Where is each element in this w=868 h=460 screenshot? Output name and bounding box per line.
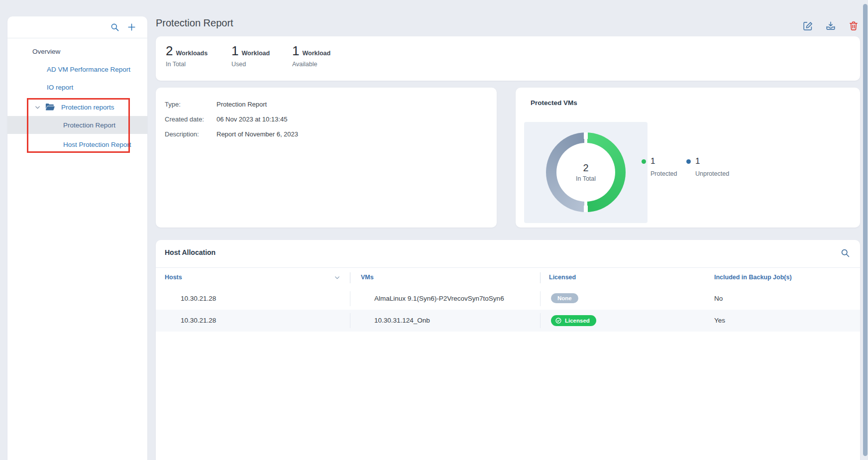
sidebar-item-label: Protection Report <box>63 121 115 129</box>
detail-label: Description: <box>165 130 217 138</box>
check-circle-icon <box>555 317 562 324</box>
column-header-vms: VMs <box>361 274 374 281</box>
sidebar-item-label: Overview <box>32 48 60 55</box>
protected-vms-card: Protected VMs 2 In Total 1 Protected 1 U… <box>516 88 860 228</box>
legend-value: 1 <box>651 156 655 166</box>
stat-available-workloads: 1 Workload Available <box>292 44 358 81</box>
license-status-badge: Licensed <box>551 315 596 326</box>
sidebar-toolbar <box>7 16 147 38</box>
legend-label: Unprotected <box>695 170 731 177</box>
column-divider <box>350 313 350 328</box>
stat-used-workloads: 1 Workload Used <box>231 44 292 81</box>
sidebar-folder-protection-reports[interactable]: Protection reports <box>7 98 147 116</box>
table-header: Hosts VMs Licensed Included in Backup Jo… <box>156 267 860 288</box>
donut-chart: 2 In Total <box>546 132 626 212</box>
protected-dot-icon <box>642 159 646 164</box>
stat-value: 2 <box>166 44 173 58</box>
stat-unit: Workload <box>241 50 270 57</box>
donut-center: 2 In Total <box>556 143 615 202</box>
column-header-hosts[interactable]: Hosts <box>165 274 182 281</box>
legend-item-unprotected: 1 Unprotected <box>686 156 731 177</box>
page-title: Protection Report <box>156 17 233 29</box>
report-details-card: Type: Protection Report Created date: 06… <box>156 88 497 228</box>
column-divider <box>540 313 541 328</box>
table-row[interactable]: 10.30.21.28 10.30.31.124_Onb Licensed Ye… <box>156 310 860 332</box>
sidebar-item-io-report[interactable]: IO report <box>7 78 147 96</box>
chevron-down-icon <box>34 104 41 111</box>
host-allocation-card: Host Allocation Hosts VMs Licensed Inclu… <box>156 240 860 460</box>
cell-vm: AlmaLinux 9.1(Syn6)-P2VrecovSyn7toSyn6 <box>374 295 504 302</box>
cell-included: No <box>714 295 723 302</box>
sidebar-item-overview[interactable]: Overview <box>7 42 147 60</box>
stat-label: In Total <box>166 61 231 68</box>
license-status-badge: None <box>551 293 578 303</box>
detail-row-type: Type: Protection Report <box>165 99 497 110</box>
column-header-included: Included in Backup Job(s) <box>714 274 792 281</box>
sidebar-item-ad-vm-performance-report[interactable]: AD VM Performance Report <box>7 60 147 78</box>
stat-value: 1 <box>231 44 238 58</box>
stat-total-workloads: 2 Workloads In Total <box>166 44 231 81</box>
column-header-licensed: Licensed <box>549 274 576 281</box>
legend-label: Protected <box>651 170 686 177</box>
column-divider <box>540 291 541 306</box>
protected-vms-chart: 2 In Total <box>524 122 648 223</box>
cell-licensed: Licensed <box>551 315 596 326</box>
cell-vm: 10.30.31.124_Onb <box>374 317 430 324</box>
sidebar-item-label: Protection reports <box>61 104 114 111</box>
add-report-icon[interactable] <box>127 22 136 32</box>
table-row[interactable]: 10.30.21.28 AlmaLinux 9.1(Syn6)-P2Vrecov… <box>156 288 860 310</box>
sort-chevron-icon[interactable] <box>334 274 340 281</box>
workloads-summary-card: 2 Workloads In Total 1 Workload Used 1 W… <box>156 36 860 81</box>
detail-label: Created date: <box>165 115 217 123</box>
stat-label: Used <box>231 61 292 68</box>
sidebar-item-label: AD VM Performance Report <box>47 66 130 73</box>
open-folder-icon <box>45 103 55 112</box>
detail-label: Type: <box>165 101 217 108</box>
column-divider <box>540 272 541 283</box>
report-actions <box>802 20 859 31</box>
donut-total-label: In Total <box>576 175 596 182</box>
sidebar-item-host-protection-report[interactable]: Host Protection Report <box>7 135 147 153</box>
cell-licensed: None <box>551 293 578 303</box>
edit-icon[interactable] <box>802 20 813 31</box>
detail-row-created-date: Created date: 06 Nov 2023 at 10:13:45 <box>165 114 497 124</box>
sidebar-item-label: IO report <box>47 84 73 91</box>
sidebar-item-label: Host Protection Report <box>63 141 131 148</box>
protected-vms-title: Protected VMs <box>531 99 577 107</box>
stat-label: Available <box>292 61 358 68</box>
detail-row-description: Description: Report of November 6, 2023 <box>165 129 497 139</box>
stat-unit: Workload <box>302 50 330 57</box>
table-search-icon[interactable] <box>840 248 850 258</box>
cell-included: Yes <box>714 317 725 324</box>
unprotected-dot-icon <box>686 159 691 164</box>
legend-value: 1 <box>695 156 700 166</box>
stat-unit: Workloads <box>176 50 208 57</box>
export-icon[interactable] <box>825 20 836 31</box>
cell-host: 10.30.21.28 <box>181 295 216 302</box>
cell-host: 10.30.21.28 <box>181 317 216 324</box>
chart-legend: 1 Protected 1 Unprotected <box>642 156 731 177</box>
stat-value: 1 <box>292 44 299 58</box>
badge-label: Licensed <box>565 318 590 324</box>
legend-item-protected: 1 Protected <box>642 156 686 177</box>
report-tree: Overview AD VM Performance Report IO rep… <box>7 38 147 153</box>
search-icon[interactable] <box>110 22 119 32</box>
delete-icon[interactable] <box>848 20 859 31</box>
detail-value: Report of November 6, 2023 <box>217 130 298 138</box>
detail-value: 06 Nov 2023 at 10:13:45 <box>217 115 287 123</box>
sidebar: Overview AD VM Performance Report IO rep… <box>7 16 147 460</box>
column-divider <box>350 291 350 306</box>
detail-value: Protection Report <box>217 101 267 108</box>
column-divider <box>350 272 350 283</box>
sidebar-item-protection-report[interactable]: Protection Report <box>7 116 147 134</box>
vertical-scrollbar[interactable] <box>863 4 868 456</box>
host-allocation-title: Host Allocation <box>165 248 216 256</box>
donut-total-value: 2 <box>583 162 588 174</box>
